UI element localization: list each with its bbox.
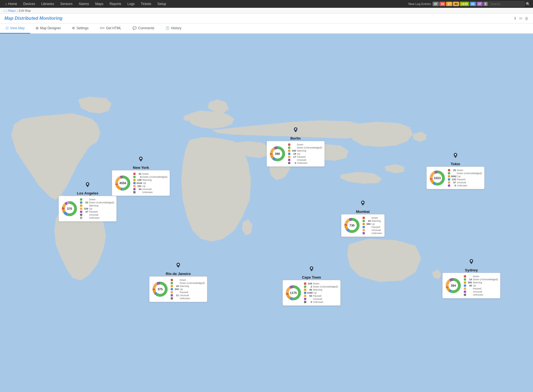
legend-row: 53 Down (Acknowledged) bbox=[80, 201, 114, 204]
legend-row: Down bbox=[288, 143, 322, 146]
legend-cape-town: 109 Down 2 Down (Acknowledged) 46 Warnin… bbox=[304, 282, 338, 304]
tab-view-map[interactable]: ☑ View Map bbox=[0, 23, 30, 34]
legend-row: Unusual bbox=[363, 229, 382, 232]
badge-yellow[interactable]: 40 bbox=[453, 2, 459, 6]
legend-row: 133 Paused bbox=[448, 178, 482, 181]
donut-mumbai: 730 bbox=[344, 217, 360, 234]
tab-get-html-label: Get HTML bbox=[106, 26, 121, 30]
legend-row: Down (Acknowledged) bbox=[171, 282, 205, 284]
donut-value-tokio: 3323 bbox=[434, 176, 441, 180]
legend-row: Paused bbox=[363, 226, 382, 228]
svg-point-64 bbox=[471, 260, 472, 261]
home-icon: ⌂ bbox=[5, 2, 7, 6]
svg-point-19 bbox=[177, 264, 179, 265]
nav-reports[interactable]: Reports bbox=[107, 1, 124, 7]
tab-history-label: History bbox=[171, 26, 181, 30]
search-button[interactable]: 🔍 bbox=[525, 1, 531, 7]
legend-row: 0 Unknown bbox=[304, 301, 338, 303]
pin-rio bbox=[176, 263, 180, 268]
badge-gray[interactable]: 5 bbox=[483, 2, 488, 6]
city-label-rio: Rio de Janeiro bbox=[166, 272, 191, 276]
city-berlin[interactable]: Berlin390 Down Down (Acknowledged) 340 W… bbox=[267, 132, 325, 167]
nav-sensors[interactable]: Sensors bbox=[57, 1, 75, 7]
nav-devices[interactable]: Devices bbox=[20, 1, 38, 7]
export-icon[interactable]: ⬆ bbox=[513, 16, 517, 21]
map-designer-icon: ⊞ bbox=[36, 26, 38, 30]
nav-home[interactable]: ⌂ Home bbox=[2, 1, 20, 7]
tab-settings-label: Settings bbox=[76, 26, 88, 30]
legend-tokio: 25 Down Down (Acknowledged) 3092 Up 133 … bbox=[448, 169, 482, 187]
badge-purple[interactable]: 37 bbox=[477, 2, 483, 6]
donut-value-cape-town: 1175 bbox=[290, 291, 297, 294]
tab-view-map-label: View Map bbox=[10, 26, 25, 30]
bc-home[interactable]: ⌂ bbox=[3, 9, 5, 12]
legend-row: Down bbox=[464, 275, 498, 278]
donut-value-rio: 375 bbox=[158, 288, 163, 291]
legend-row: Unusual bbox=[304, 298, 338, 300]
city-rio[interactable]: Rio de Janeiro375 Down Down (Acknowledge… bbox=[149, 268, 207, 302]
nav-home-label: Home bbox=[8, 2, 17, 6]
tab-map-designer[interactable]: ⊞ Map Designer bbox=[30, 23, 66, 34]
tab-history[interactable]: 🕐 History bbox=[160, 23, 187, 34]
new-log-count[interactable]: 47 bbox=[433, 2, 439, 6]
legend-row: 19 Warning bbox=[171, 285, 205, 288]
legend-row: 4144 Up bbox=[133, 182, 167, 184]
nav-libraries[interactable]: Libraries bbox=[38, 1, 57, 7]
legend-mumbai: Down 19 Warning 682 Up Paused Unusual Un… bbox=[363, 216, 382, 235]
city-cape-town[interactable]: Cape Town1175 109 Down 2 Down (Acknowled… bbox=[283, 271, 341, 306]
nav-logs[interactable]: Logs bbox=[125, 1, 138, 7]
badge-olive[interactable]: 1635 bbox=[460, 2, 469, 6]
legend-row: Unknown bbox=[171, 297, 205, 300]
pin-cape-town bbox=[310, 266, 313, 271]
legend-row: Unusual bbox=[464, 290, 498, 293]
city-sydney[interactable]: Sydney394 Down 14 Down (Acknowledged) 36… bbox=[442, 264, 500, 298]
tab-comments[interactable]: 💬 Comments bbox=[127, 23, 160, 34]
tab-comments-label: Comments bbox=[138, 26, 154, 30]
legend-row: 0 Unknown bbox=[288, 162, 322, 164]
legend-rio: Down Down (Acknowledged) 19 Warning 332 … bbox=[171, 278, 205, 300]
city-mumbai[interactable]: Mumbai730 Down 19 Warning 682 Up Paused … bbox=[341, 206, 385, 237]
top-nav: ⌂ Home Devices Libraries Sensors Alarms … bbox=[0, 0, 533, 8]
search-input[interactable] bbox=[488, 1, 525, 6]
legend-row: 128 Warning bbox=[133, 179, 167, 181]
legend-row: Down bbox=[363, 216, 382, 219]
city-new-york[interactable]: New York4556 51 Down 3 Down (Acknowledge… bbox=[112, 162, 170, 196]
donut-tokio: 3323 bbox=[429, 170, 446, 186]
svg-point-28 bbox=[295, 128, 296, 130]
legend-new-york: 51 Down 3 Down (Acknowledged) 128 Warnin… bbox=[133, 172, 167, 194]
nav-alarms[interactable]: Alarms bbox=[76, 1, 92, 7]
legend-row: 340 Warning bbox=[288, 149, 322, 152]
badge-blue[interactable]: 65 bbox=[470, 2, 476, 6]
legend-row: Paused bbox=[171, 291, 205, 294]
badge-red[interactable]: 10 bbox=[439, 2, 445, 6]
pin-mumbai bbox=[361, 201, 365, 206]
legend-row: Paused bbox=[464, 287, 498, 290]
nav-maps[interactable]: Maps bbox=[92, 1, 106, 7]
card-rio: 375 Down Down (Acknowledged) 19 Warning … bbox=[149, 276, 207, 302]
city-tokio[interactable]: Tokio3323 25 Down Down (Acknowledged) 30… bbox=[426, 158, 484, 189]
legend-row: 682 Up bbox=[363, 223, 382, 225]
badge-orange[interactable]: 17 bbox=[446, 2, 452, 6]
code-icon: </> bbox=[100, 26, 105, 30]
tab-get-html[interactable]: </> Get HTML bbox=[94, 23, 127, 34]
delete-icon[interactable]: 🗑 bbox=[525, 16, 529, 21]
bc-maps[interactable]: Maps bbox=[8, 9, 16, 12]
tab-map-designer-label: Map Designer bbox=[40, 26, 61, 30]
legend-row: 332 Up bbox=[171, 288, 205, 291]
tabs-bar: ☑ View Map ⊞ Map Designer ⚙ Settings </>… bbox=[0, 23, 533, 34]
legend-row: Down (Acknowledged) bbox=[288, 146, 322, 149]
email-icon[interactable]: ✉ bbox=[519, 16, 522, 21]
legend-row: 46 Warning bbox=[304, 288, 338, 291]
city-los-angeles[interactable]: Los Angeles370 Down 53 Down (Acknowledge… bbox=[59, 187, 117, 221]
legend-row: 18 Up bbox=[288, 152, 322, 155]
svg-point-55 bbox=[455, 154, 456, 155]
nav-setup[interactable]: Setup bbox=[155, 1, 169, 7]
city-label-cape-town: Cape Town bbox=[302, 275, 321, 279]
page-title-bar: Map Distributed Monitoring ⬆ ✉ 🗑 bbox=[0, 14, 533, 23]
bc-current: Edit Map bbox=[19, 9, 31, 12]
pin-new-york bbox=[139, 157, 143, 162]
donut-new-york: 4556 bbox=[114, 175, 131, 191]
tab-settings[interactable]: ⚙ Settings bbox=[66, 23, 94, 34]
donut-value-sydney: 394 bbox=[451, 284, 456, 287]
nav-tickets[interactable]: Tickets bbox=[138, 1, 154, 7]
